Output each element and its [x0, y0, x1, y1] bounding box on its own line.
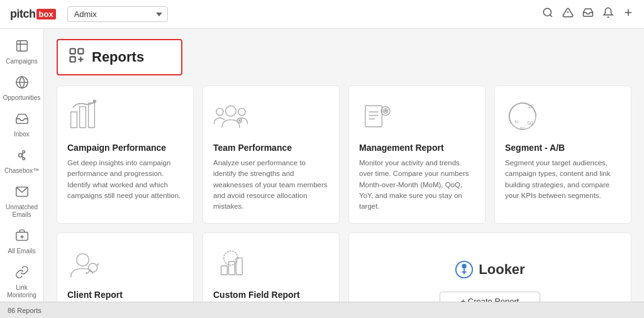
svg-text:60: 60	[520, 126, 525, 131]
svg-point-31	[238, 108, 245, 115]
sidebar-item-label-inbox: Inbox	[14, 131, 29, 138]
svg-text:to: to	[514, 119, 518, 124]
svg-rect-21	[78, 49, 83, 54]
card-title-client-report: Client Report	[67, 290, 183, 300]
custom-field-report-icon	[213, 244, 329, 282]
page-title: Reports	[92, 49, 144, 65]
svg-point-30	[216, 108, 223, 115]
link-monitoring-icon	[15, 265, 29, 282]
svg-rect-27	[89, 103, 95, 128]
svg-point-0	[543, 8, 551, 16]
unmatched-emails-icon	[15, 185, 29, 202]
body-wrap: Campaigns Opportunities Inbox Chasebox™ …	[0, 29, 644, 302]
svg-rect-22	[70, 57, 75, 62]
card-campaign-performance[interactable]: Campaign Performance Get deep insights i…	[57, 85, 194, 224]
sidebar-item-inbox[interactable]: Inbox	[0, 107, 43, 143]
svg-rect-25	[71, 112, 77, 128]
search-icon[interactable]	[542, 7, 553, 21]
svg-rect-26	[80, 107, 86, 128]
sidebar-item-label-all-emails: All Emails	[8, 248, 36, 255]
svg-line-12	[22, 155, 23, 158]
sidebar-item-link-monitoring[interactable]: Link Monitoring	[0, 260, 43, 302]
cards-grid: Campaign Performance Get deep insights i…	[57, 85, 631, 302]
chasebox-icon	[15, 148, 29, 165]
svg-point-8	[18, 153, 22, 157]
looker-logo: Looker	[455, 260, 525, 279]
sidebar-item-all-emails[interactable]: All Emails	[0, 224, 43, 260]
svg-line-1	[550, 14, 552, 16]
statusbar: 86 Reports	[0, 302, 644, 318]
card-title-team-performance: Team Performance	[213, 143, 329, 153]
logo-box: box	[36, 9, 56, 19]
svg-point-49	[77, 254, 89, 266]
campaign-performance-icon	[67, 97, 183, 135]
sidebar-item-label-campaigns: Campaigns	[6, 58, 38, 65]
sidebar-item-opportunities[interactable]: Opportunities	[0, 70, 43, 107]
card-desc-segment-ab: Segment your target audiences, campaign …	[505, 158, 621, 201]
card-desc-team-performance: Analyze user performance to identify the…	[213, 158, 329, 212]
topnav-icons	[542, 7, 634, 21]
card-title-campaign-performance: Campaign Performance	[67, 143, 183, 153]
card-looker: Looker + Create Report </> Embed Report	[348, 233, 631, 302]
reports-header-icon	[68, 47, 86, 68]
topnav: pitchbox Admix	[0, 0, 644, 29]
sidebar-item-unmatched-emails[interactable]: Unmatched Emails	[0, 180, 43, 224]
management-report-icon	[359, 97, 475, 135]
sidebar-item-label-opportunities: Opportunities	[3, 94, 40, 102]
svg-point-29	[226, 106, 236, 116]
card-management-report[interactable]: Management Report Monitor your activity …	[348, 85, 486, 224]
sidebar: Campaigns Opportunities Inbox Chasebox™ …	[0, 29, 44, 302]
card-segment-ab[interactable]: 10 to 50 60 Segment - A/B Segment your t…	[494, 85, 631, 224]
svg-rect-55	[229, 261, 235, 275]
svg-rect-20	[70, 49, 75, 54]
svg-point-28	[93, 100, 96, 102]
logo-pitch: pitch	[10, 8, 36, 21]
svg-point-58	[462, 264, 467, 269]
card-desc-management-report: Monitor your activity and trends over ti…	[359, 158, 475, 212]
add-icon[interactable]	[623, 7, 634, 21]
alert-icon[interactable]	[562, 7, 574, 21]
svg-rect-35	[365, 106, 382, 127]
card-team-performance[interactable]: Team Performance Analyze user performanc…	[203, 85, 340, 224]
statusbar-text: 86 Reports	[8, 307, 42, 314]
client-report-icon	[67, 244, 183, 282]
bell-icon[interactable]	[602, 7, 614, 21]
sidebar-item-chasebox[interactable]: Chasebox™	[0, 143, 43, 180]
card-custom-field-report[interactable]: Custom Field Report Aggregate and visual…	[203, 233, 340, 302]
opportunities-icon	[15, 75, 29, 92]
sidebar-item-campaigns[interactable]: Campaigns	[0, 34, 43, 70]
page-header: Reports	[57, 39, 182, 75]
workspace-dropdown[interactable]: Admix	[67, 6, 168, 22]
inbox-nav-icon	[15, 112, 29, 129]
svg-line-11	[22, 152, 23, 155]
sidebar-item-label-link-monitoring: Link Monitoring	[3, 284, 41, 299]
looker-name: Looker	[479, 261, 525, 278]
inbox-icon[interactable]	[582, 7, 594, 21]
main-content: Reports Campaign Performance Get deep in…	[44, 29, 644, 302]
svg-point-43	[385, 110, 387, 112]
card-title-management-report: Management Report	[359, 143, 475, 153]
card-title-custom-field-report: Custom Field Report	[213, 290, 329, 300]
card-client-report[interactable]: Client Report Analyze the amount of work…	[57, 233, 194, 302]
card-title-segment-ab: Segment - A/B	[505, 143, 621, 153]
campaigns-icon	[15, 39, 29, 56]
logo: pitchbox	[10, 8, 56, 21]
segment-ab-icon: 10 to 50 60	[505, 97, 621, 135]
card-desc-campaign-performance: Get deep insights into campaign performa…	[67, 158, 183, 201]
svg-text:50: 50	[527, 120, 533, 126]
sidebar-item-label-chasebox: Chasebox™	[4, 167, 39, 175]
all-emails-icon	[15, 229, 29, 246]
create-report-button[interactable]: + Create Report	[440, 292, 540, 302]
svg-text:10: 10	[528, 103, 534, 109]
svg-rect-54	[221, 266, 228, 275]
svg-line-52	[96, 263, 99, 266]
team-performance-icon	[213, 97, 329, 135]
sidebar-item-label-unmatched: Unmatched Emails	[3, 204, 41, 219]
